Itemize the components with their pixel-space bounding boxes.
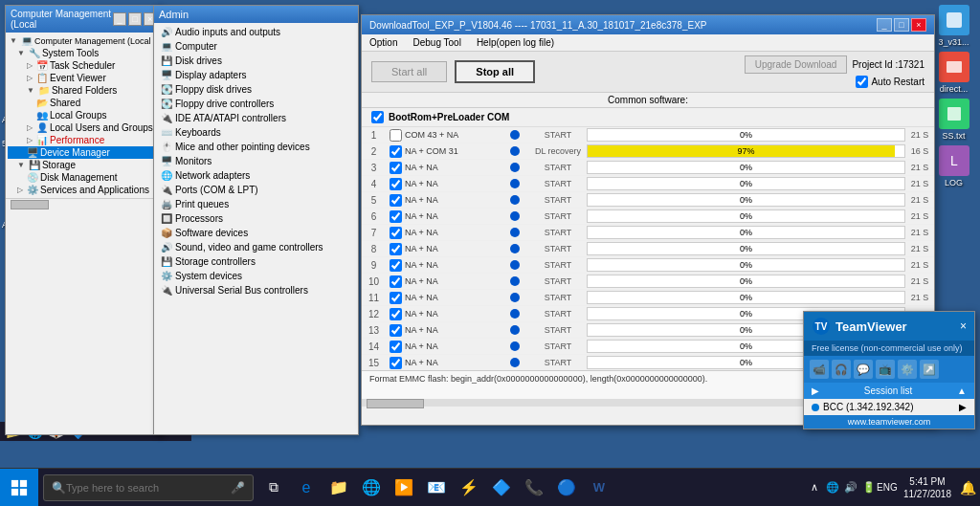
tv-camera-icon[interactable]: 📹 xyxy=(810,360,829,379)
chrome-icon[interactable]: 🌐 xyxy=(356,470,387,506)
admin-item[interactable]: 🖥️Display adapters xyxy=(156,68,356,82)
tree-item-device-manager[interactable]: 🖥️ Device Manager xyxy=(8,146,160,159)
tree-item-storage[interactable]: ▼ 💾 Storage xyxy=(8,159,160,171)
admin-item[interactable]: 🔌Ports (COM & LPT) xyxy=(156,183,356,197)
admin-item[interactable]: 💽Floppy disk drives xyxy=(156,82,356,97)
admin-item[interactable]: 📦Software devices xyxy=(156,226,356,240)
admin-item[interactable]: 🖱️Mice and other pointing devices xyxy=(156,140,356,154)
admin-item[interactable]: 💾Storage controllers xyxy=(156,254,356,269)
tv-session-item[interactable]: BCC (1.342.192.342) ▶ xyxy=(804,399,974,415)
tv-screen-icon[interactable]: 📺 xyxy=(876,360,895,379)
task-view-button[interactable]: ⧉ xyxy=(258,470,289,506)
notification-icon[interactable]: 🔔 xyxy=(960,480,975,495)
tree-item-services[interactable]: ▷ ⚙️ Services and Applications xyxy=(8,184,160,196)
dt-maximize-button[interactable]: □ xyxy=(894,18,909,32)
row-checkbox[interactable] xyxy=(386,341,405,353)
tree-item-computer-management[interactable]: ▼ 💻 Computer Management (Local xyxy=(8,34,160,47)
row-checkbox[interactable] xyxy=(386,259,405,272)
dt-scrollbar-thumb[interactable] xyxy=(367,399,424,408)
taskbar-search-area[interactable]: 🔍 🎤 xyxy=(43,474,254,501)
admin-item[interactable]: ⚙️System devices xyxy=(156,269,356,283)
cm-scrollbar[interactable] xyxy=(6,198,162,209)
admin-item[interactable]: 💾Disk drives xyxy=(156,54,356,68)
scrollbar-thumb[interactable] xyxy=(11,200,49,209)
row-checkbox[interactable] xyxy=(386,275,405,288)
auto-restart-checkbox[interactable] xyxy=(856,76,868,88)
dt-menu-option[interactable]: Option xyxy=(367,36,400,49)
desktop-icon-3[interactable]: SS.txt xyxy=(932,99,975,141)
row-checkbox[interactable] xyxy=(386,357,405,369)
admin-item[interactable]: 💽Floppy drive controllers xyxy=(156,97,356,111)
volume-tray-icon[interactable]: 🔊 xyxy=(843,480,858,495)
app7-icon[interactable]: 🔷 xyxy=(486,470,517,506)
row-checkbox[interactable] xyxy=(386,292,405,304)
tree-item-performance[interactable]: ▷ 📊 Performance xyxy=(8,134,160,146)
row-checkbox[interactable] xyxy=(386,308,405,320)
dt-menu-debug[interactable]: Debug Tool xyxy=(410,36,463,49)
admin-item[interactable]: 🔊Audio inputs and outputs xyxy=(156,25,356,39)
edge-browser-icon[interactable]: e xyxy=(291,470,322,506)
row-checkbox[interactable] xyxy=(386,243,405,255)
tree-item-local-users[interactable]: ▷ 👤 Local Users and Groups xyxy=(8,121,160,134)
admin-item[interactable]: ⌨️Keyboards xyxy=(156,125,356,140)
row-checkbox[interactable] xyxy=(386,145,405,158)
network-tray-icon[interactable]: 🌐 xyxy=(825,480,840,495)
row-checkbox[interactable] xyxy=(386,324,405,337)
stop-all-button[interactable]: Stop all xyxy=(455,60,535,83)
row-checkbox[interactable] xyxy=(386,210,405,223)
tv-close-button[interactable]: × xyxy=(960,319,967,333)
dt-close-button[interactable]: × xyxy=(911,18,926,32)
admin-item[interactable]: 🔌Universal Serial Bus controllers xyxy=(156,283,356,297)
search-input[interactable] xyxy=(66,482,219,494)
admin-item[interactable]: 🔊Sound, video and game controllers xyxy=(156,240,356,254)
arrow-up-icon[interactable]: ∧ xyxy=(807,480,822,495)
taskbar-clock[interactable]: 5:41 PM 11/27/2018 xyxy=(899,473,956,502)
admin-item[interactable]: 🔌IDE ATA/ATAPI controllers xyxy=(156,111,356,125)
dt-minimize-button[interactable]: _ xyxy=(877,18,892,32)
tv-chat-icon[interactable]: 💬 xyxy=(854,360,873,379)
app8-icon[interactable]: 📞 xyxy=(519,470,549,506)
admin-item[interactable]: 🖥️Monitors xyxy=(156,154,356,168)
start-button[interactable] xyxy=(0,469,38,507)
tree-item-disk-management[interactable]: 💿 Disk Management xyxy=(8,171,160,184)
tree-item-shared-folders[interactable]: ▼ 📁 Shared Folders xyxy=(8,84,160,97)
dt-menu-help[interactable]: Help(open log file) xyxy=(474,36,557,49)
tree-item-system-tools[interactable]: ▼ 🔧 System Tools xyxy=(8,47,160,59)
bootrom-checkbox[interactable] xyxy=(371,111,384,123)
admin-item[interactable]: 🌐Network adapters xyxy=(156,168,356,183)
mic-icon[interactable]: 🎤 xyxy=(231,481,245,495)
tv-arrow-icon[interactable]: ↗️ xyxy=(920,360,939,379)
tree-item-event-viewer[interactable]: ▷ 📋 Event Viewer xyxy=(8,72,160,84)
row-checkbox[interactable] xyxy=(386,194,405,207)
tv-settings-icon[interactable]: ⚙️ xyxy=(898,360,917,379)
cm-window-controls[interactable]: _ □ × xyxy=(113,12,157,26)
tv-footer-link[interactable]: www.teamviewer.com xyxy=(804,415,974,429)
desktop-icon-2[interactable]: direct... xyxy=(932,52,975,94)
admin-item[interactable]: 💻Computer xyxy=(156,39,356,54)
cm-minimize-button[interactable]: _ xyxy=(113,12,126,26)
tv-headset-icon[interactable]: 🎧 xyxy=(832,360,851,379)
media-icon[interactable]: ▶️ xyxy=(389,470,419,506)
admin-item[interactable]: 🔲Processors xyxy=(156,211,356,226)
row-checkbox[interactable] xyxy=(386,227,405,239)
app5-icon[interactable]: 📧 xyxy=(421,470,452,506)
cm-maximize-button[interactable]: □ xyxy=(128,12,142,26)
language-icon[interactable]: ENG xyxy=(880,480,895,495)
dt-window-controls[interactable]: _ □ × xyxy=(877,18,926,32)
row-checkbox[interactable] xyxy=(386,178,405,190)
start-all-button[interactable]: Start all xyxy=(371,61,447,82)
file-explorer-icon[interactable]: 📁 xyxy=(323,470,354,506)
tree-item-task-scheduler[interactable]: ▷ 📅 Task Scheduler xyxy=(8,59,160,72)
word-icon[interactable]: W xyxy=(584,470,614,506)
tree-item-shared[interactable]: 📂 Shared xyxy=(8,97,160,109)
desktop-icon-1[interactable]: 3_v31... xyxy=(932,5,975,47)
upgrade-download-button[interactable]: Upgrade Download xyxy=(745,55,848,74)
admin-item[interactable]: 🖨️Print queues xyxy=(156,197,356,211)
battery-tray-icon[interactable]: 🔋 xyxy=(861,480,877,495)
app9-icon[interactable]: 🔵 xyxy=(551,470,582,506)
tree-item-local-groups[interactable]: 👥 Local Groups xyxy=(8,109,160,121)
row-checkbox[interactable] xyxy=(386,129,405,142)
app6-icon[interactable]: ⚡ xyxy=(454,470,484,506)
row-checkbox[interactable] xyxy=(386,162,405,174)
desktop-icon-4[interactable]: L LOG xyxy=(932,145,975,187)
